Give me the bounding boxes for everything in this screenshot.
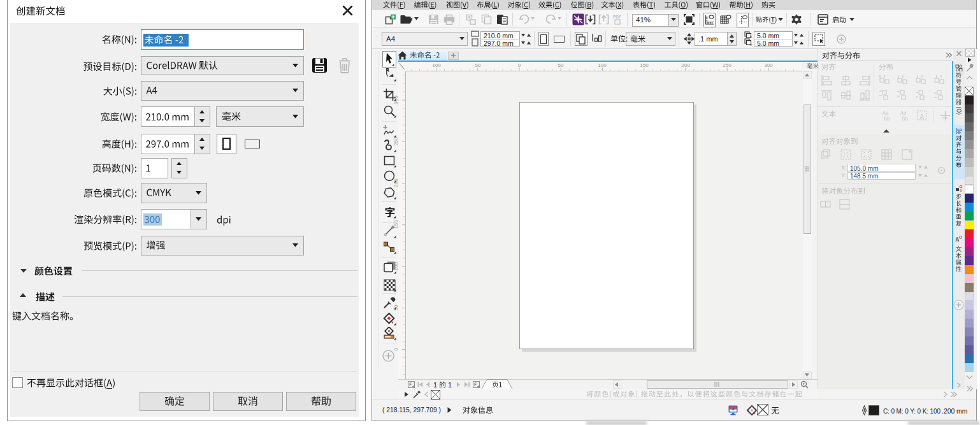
svg-text:PDF: PDF [613,15,621,19]
svg-text:y: y [750,43,752,46]
